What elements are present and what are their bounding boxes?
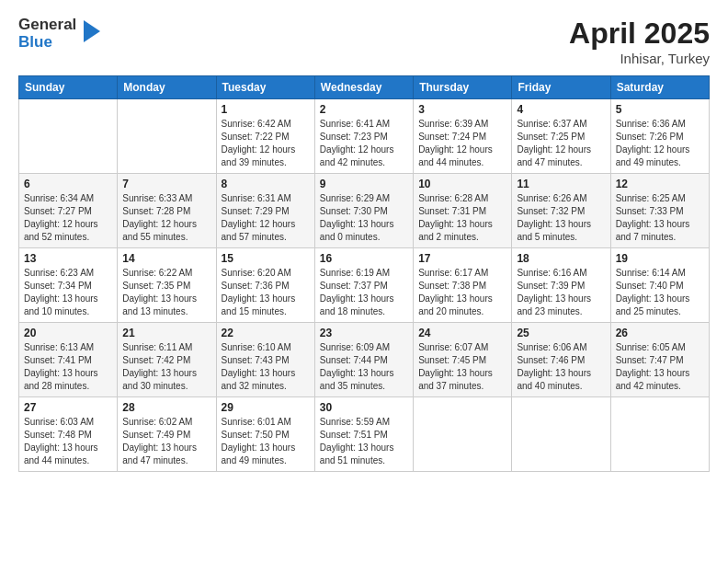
day-detail: Sunrise: 6:20 AMSunset: 7:36 PMDaylight:… bbox=[222, 268, 296, 316]
col-saturday: Saturday bbox=[610, 76, 709, 99]
day-detail: Sunrise: 6:02 AMSunset: 7:49 PMDaylight:… bbox=[122, 417, 197, 465]
col-tuesday: Tuesday bbox=[216, 76, 314, 99]
weekday-header-row: Sunday Monday Tuesday Wednesday Thursday… bbox=[19, 76, 710, 99]
day-detail: Sunrise: 6:31 AMSunset: 7:29 PMDaylight:… bbox=[222, 193, 296, 242]
day-detail: Sunrise: 6:26 AMSunset: 7:32 PMDaylight:… bbox=[517, 193, 591, 242]
col-wednesday: Wednesday bbox=[314, 76, 413, 99]
day-detail: Sunrise: 6:06 AMSunset: 7:46 PMDaylight:… bbox=[517, 342, 591, 391]
day-detail: Sunrise: 6:23 AMSunset: 7:34 PMDaylight:… bbox=[24, 268, 98, 316]
col-thursday: Thursday bbox=[414, 76, 512, 99]
logo-icon bbox=[80, 18, 100, 48]
day-number: 4 bbox=[517, 103, 605, 116]
day-number: 24 bbox=[418, 327, 506, 339]
day-number: 29 bbox=[222, 401, 310, 414]
day-number: 17 bbox=[418, 252, 506, 265]
day-number: 28 bbox=[122, 401, 210, 414]
day-detail: Sunrise: 6:33 AMSunset: 7:28 PMDaylight:… bbox=[122, 193, 197, 242]
calendar-table: Sunday Monday Tuesday Wednesday Thursday… bbox=[18, 75, 710, 472]
day-detail: Sunrise: 6:07 AMSunset: 7:45 PMDaylight:… bbox=[418, 342, 493, 391]
day-detail: Sunrise: 6:10 AMSunset: 7:43 PMDaylight:… bbox=[222, 342, 296, 391]
day-number: 20 bbox=[24, 327, 112, 339]
day-number: 2 bbox=[320, 103, 408, 116]
table-row: 8Sunrise: 6:31 AMSunset: 7:29 PMDaylight… bbox=[216, 174, 314, 248]
table-row: 22Sunrise: 6:10 AMSunset: 7:43 PMDayligh… bbox=[216, 323, 314, 397]
day-number: 13 bbox=[24, 252, 112, 265]
title-block: April 2025 Inhisar, Turkey bbox=[569, 17, 710, 66]
table-row: 6Sunrise: 6:34 AMSunset: 7:27 PMDaylight… bbox=[19, 174, 118, 248]
day-detail: Sunrise: 6:17 AMSunset: 7:38 PMDaylight:… bbox=[418, 268, 493, 316]
table-row: 25Sunrise: 6:06 AMSunset: 7:46 PMDayligh… bbox=[512, 323, 610, 397]
day-detail: Sunrise: 6:22 AMSunset: 7:35 PMDaylight:… bbox=[122, 268, 197, 316]
table-row: 13Sunrise: 6:23 AMSunset: 7:34 PMDayligh… bbox=[19, 248, 118, 323]
day-detail: Sunrise: 6:09 AMSunset: 7:44 PMDaylight:… bbox=[320, 342, 394, 391]
col-friday: Friday bbox=[512, 76, 610, 99]
table-row: 4Sunrise: 6:37 AMSunset: 7:25 PMDaylight… bbox=[512, 99, 610, 174]
day-number: 6 bbox=[24, 178, 112, 190]
logo-general-text: General bbox=[18, 17, 76, 34]
day-number: 10 bbox=[418, 178, 506, 190]
page: General Blue April 2025 Inhisar, Turkey … bbox=[0, 0, 728, 563]
calendar-week-row: 27Sunrise: 6:03 AMSunset: 7:48 PMDayligh… bbox=[19, 397, 710, 472]
calendar-week-row: 20Sunrise: 6:13 AMSunset: 7:41 PMDayligh… bbox=[19, 323, 710, 397]
table-row: 12Sunrise: 6:25 AMSunset: 7:33 PMDayligh… bbox=[610, 174, 709, 248]
day-detail: Sunrise: 6:34 AMSunset: 7:27 PMDaylight:… bbox=[24, 193, 98, 242]
table-row bbox=[414, 397, 512, 472]
table-row: 23Sunrise: 6:09 AMSunset: 7:44 PMDayligh… bbox=[314, 323, 413, 397]
day-number: 12 bbox=[616, 178, 704, 190]
day-number: 8 bbox=[222, 178, 310, 190]
header: General Blue April 2025 Inhisar, Turkey bbox=[18, 17, 710, 66]
table-row bbox=[610, 397, 709, 472]
day-detail: Sunrise: 6:16 AMSunset: 7:39 PMDaylight:… bbox=[517, 268, 591, 316]
day-number: 15 bbox=[222, 252, 310, 265]
table-row: 15Sunrise: 6:20 AMSunset: 7:36 PMDayligh… bbox=[216, 248, 314, 323]
calendar-week-row: 6Sunrise: 6:34 AMSunset: 7:27 PMDaylight… bbox=[19, 174, 710, 248]
calendar-title: April 2025 bbox=[569, 17, 710, 51]
table-row: 9Sunrise: 6:29 AMSunset: 7:30 PMDaylight… bbox=[314, 174, 413, 248]
table-row: 29Sunrise: 6:01 AMSunset: 7:50 PMDayligh… bbox=[216, 397, 314, 472]
svg-marker-0 bbox=[84, 20, 100, 42]
table-row: 18Sunrise: 6:16 AMSunset: 7:39 PMDayligh… bbox=[512, 248, 610, 323]
table-row: 30Sunrise: 5:59 AMSunset: 7:51 PMDayligh… bbox=[314, 397, 413, 472]
day-number: 7 bbox=[122, 178, 210, 190]
day-number: 21 bbox=[122, 327, 210, 339]
table-row bbox=[19, 99, 118, 174]
table-row: 5Sunrise: 6:36 AMSunset: 7:26 PMDaylight… bbox=[610, 99, 709, 174]
table-row: 1Sunrise: 6:42 AMSunset: 7:22 PMDaylight… bbox=[216, 99, 314, 174]
day-number: 19 bbox=[616, 252, 704, 265]
day-detail: Sunrise: 6:03 AMSunset: 7:48 PMDaylight:… bbox=[24, 417, 98, 465]
day-detail: Sunrise: 6:11 AMSunset: 7:42 PMDaylight:… bbox=[122, 342, 197, 391]
logo: General Blue bbox=[18, 17, 100, 51]
table-row: 17Sunrise: 6:17 AMSunset: 7:38 PMDayligh… bbox=[414, 248, 512, 323]
calendar-week-row: 13Sunrise: 6:23 AMSunset: 7:34 PMDayligh… bbox=[19, 248, 710, 323]
day-detail: Sunrise: 6:36 AMSunset: 7:26 PMDaylight:… bbox=[616, 119, 690, 167]
day-number: 9 bbox=[320, 178, 408, 190]
day-number: 11 bbox=[517, 178, 605, 190]
day-detail: Sunrise: 6:37 AMSunset: 7:25 PMDaylight:… bbox=[517, 119, 591, 167]
table-row: 27Sunrise: 6:03 AMSunset: 7:48 PMDayligh… bbox=[19, 397, 118, 472]
table-row: 11Sunrise: 6:26 AMSunset: 7:32 PMDayligh… bbox=[512, 174, 610, 248]
day-number: 18 bbox=[517, 252, 605, 265]
day-detail: Sunrise: 6:14 AMSunset: 7:40 PMDaylight:… bbox=[616, 268, 690, 316]
day-number: 3 bbox=[418, 103, 506, 116]
day-detail: Sunrise: 6:05 AMSunset: 7:47 PMDaylight:… bbox=[616, 342, 690, 391]
day-number: 26 bbox=[616, 327, 704, 339]
table-row: 19Sunrise: 6:14 AMSunset: 7:40 PMDayligh… bbox=[610, 248, 709, 323]
col-monday: Monday bbox=[118, 76, 216, 99]
table-row: 26Sunrise: 6:05 AMSunset: 7:47 PMDayligh… bbox=[610, 323, 709, 397]
day-detail: Sunrise: 6:42 AMSunset: 7:22 PMDaylight:… bbox=[222, 119, 296, 167]
day-number: 22 bbox=[222, 327, 310, 339]
calendar-week-row: 1Sunrise: 6:42 AMSunset: 7:22 PMDaylight… bbox=[19, 99, 710, 174]
table-row: 14Sunrise: 6:22 AMSunset: 7:35 PMDayligh… bbox=[118, 248, 216, 323]
table-row: 10Sunrise: 6:28 AMSunset: 7:31 PMDayligh… bbox=[414, 174, 512, 248]
day-detail: Sunrise: 6:25 AMSunset: 7:33 PMDaylight:… bbox=[616, 193, 690, 242]
table-row: 3Sunrise: 6:39 AMSunset: 7:24 PMDaylight… bbox=[414, 99, 512, 174]
logo-blue-text: Blue bbox=[18, 34, 76, 52]
table-row: 28Sunrise: 6:02 AMSunset: 7:49 PMDayligh… bbox=[118, 397, 216, 472]
day-number: 14 bbox=[122, 252, 210, 265]
day-number: 1 bbox=[222, 103, 310, 116]
day-detail: Sunrise: 6:41 AMSunset: 7:23 PMDaylight:… bbox=[320, 119, 394, 167]
table-row: 20Sunrise: 6:13 AMSunset: 7:41 PMDayligh… bbox=[19, 323, 118, 397]
day-number: 30 bbox=[320, 401, 408, 414]
day-detail: Sunrise: 6:39 AMSunset: 7:24 PMDaylight:… bbox=[418, 119, 493, 167]
col-sunday: Sunday bbox=[19, 76, 118, 99]
